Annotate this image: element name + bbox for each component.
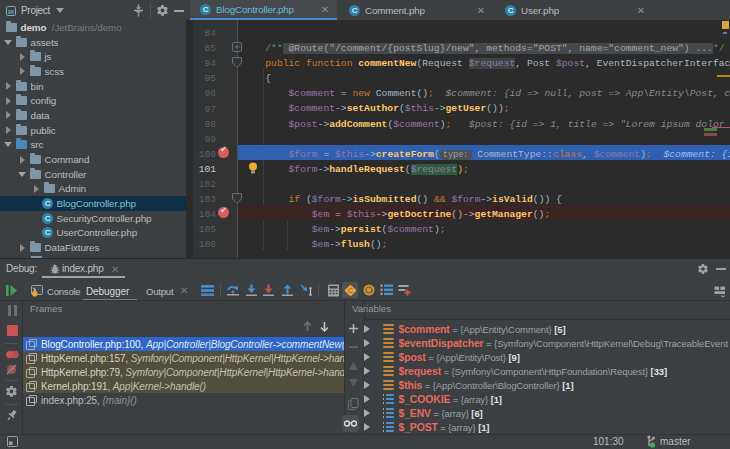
svg-text:C: C (348, 287, 353, 294)
